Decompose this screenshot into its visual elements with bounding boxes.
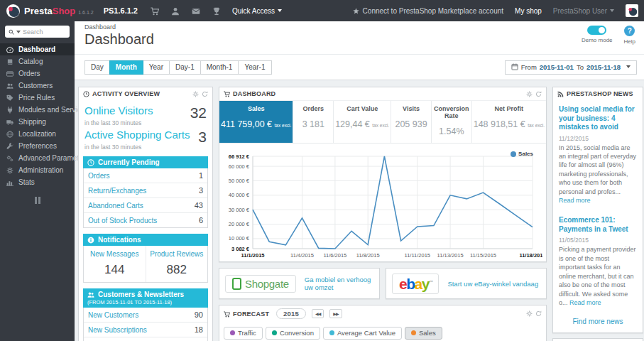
kpi-orders[interactable]: Orders3 181: [293, 101, 334, 143]
sidebar-item-shipping[interactable]: Shipping: [0, 116, 75, 128]
ebay-link[interactable]: Start uw eBay-winkel vandaag: [447, 280, 538, 288]
svg-text:30 000 €: 30 000 €: [229, 207, 250, 213]
page-header: Dashboard Dashboard Demo mode ? Help: [75, 21, 644, 54]
gear-icon: [192, 91, 199, 97]
truck-icon: [6, 119, 13, 126]
panel-settings-button[interactable]: [526, 310, 533, 317]
product-reviews-link[interactable]: Product Reviews: [150, 250, 203, 258]
gear-icon: [6, 167, 13, 174]
range-month-1-button[interactable]: Month-1: [200, 60, 239, 75]
news-article-title[interactable]: Ecommerce 101: Payments in a Tweet: [559, 216, 637, 234]
currently-pending-table: Orders1 Return/Exchanges3 Abandoned Cart…: [83, 168, 208, 228]
panel-title: ACTIVITY OVERVIEW: [92, 90, 160, 97]
messages-icon[interactable]: [192, 6, 200, 15]
chevron-down-icon[interactable]: [16, 31, 21, 33]
user-menu[interactable]: PrestaShop User: [553, 7, 614, 15]
svg-text:10 000 €: 10 000 €: [229, 236, 250, 242]
svg-text:66 912 €: 66 912 €: [229, 153, 250, 160]
active-carts-link[interactable]: Active Shopping Carts: [84, 129, 190, 141]
kpi-visits[interactable]: Visits205 939: [391, 101, 432, 143]
sidebar-collapse-button[interactable]: [0, 197, 75, 205]
sidebar-item-price-rules[interactable]: Price Rules: [0, 92, 75, 104]
forecast-traffic-button[interactable]: Traffic: [224, 327, 263, 340]
marketplace-link[interactable]: Connect to PrestaShop Marketplace accoun…: [353, 7, 503, 15]
svg-text:60 000 €: 60 000 €: [229, 163, 250, 170]
returns-link[interactable]: Return/Exchanges: [88, 187, 146, 195]
sidebar-item-orders[interactable]: Orders: [0, 67, 75, 80]
read-more-link[interactable]: Read more: [569, 299, 601, 306]
quick-access-menu[interactable]: Quick Access: [232, 7, 282, 15]
prestashop-news-panel: PRESTASHOP NEWS Using social media for y…: [552, 87, 643, 333]
chevron-down-icon: [626, 65, 631, 68]
cart-icon[interactable]: [151, 6, 159, 15]
forecast-sales-button[interactable]: Sales: [405, 327, 442, 340]
legend-dot: [230, 330, 235, 335]
chart-legend[interactable]: Sales: [511, 151, 533, 157]
customers-icon[interactable]: [171, 6, 180, 15]
top-bar: PrestaShop 1.6.1.2 PS1.6.1.2 Quick Acces…: [0, 0, 644, 21]
panel-settings-button[interactable]: [526, 91, 533, 97]
forecast-year: 2015: [276, 308, 306, 319]
kpi-sales[interactable]: Sales411 759,00 € tax excl.: [219, 101, 293, 143]
panel-refresh-button[interactable]: [202, 91, 208, 97]
gears-icon: [6, 155, 13, 162]
find-more-news-link[interactable]: Find more news: [572, 318, 623, 325]
new-subscriptions-link[interactable]: New Subscriptions: [88, 326, 147, 334]
range-year-1-button[interactable]: Year-1: [238, 60, 271, 75]
table-row: New Customers90: [84, 308, 207, 322]
kpi-net-profit[interactable]: Net Profit148 918,51 € tax excl.: [472, 101, 546, 143]
kpi-conversion-rate[interactable]: Conversion Rate1.54%: [432, 101, 472, 143]
info-icon: [87, 237, 94, 244]
range-day-1-button[interactable]: Day-1: [169, 60, 201, 75]
book-icon: [6, 58, 13, 65]
sales-line-chart: 66 912 €60 000 €50 000 €40 000 €30 000 €…: [222, 148, 542, 260]
sidebar-item-dashboard[interactable]: Dashboard: [0, 43, 75, 55]
online-visitors-link[interactable]: Online Visitors: [84, 104, 153, 117]
shopgate-link[interactable]: Ga mobiel en verhoog uw omzet: [305, 276, 373, 291]
refresh-icon: [535, 91, 542, 97]
out-of-stock-link[interactable]: Out of Stock Products: [88, 217, 157, 224]
kpi-cart-value[interactable]: Cart Value129,44 € tax excl.: [334, 101, 391, 143]
sidebar-item-modules[interactable]: Modules and Services: [0, 104, 75, 116]
trophy-icon[interactable]: [212, 6, 221, 15]
panel-refresh-button[interactable]: [535, 91, 542, 97]
news-article-date: 11/05/2015: [559, 237, 637, 244]
date-range-picker[interactable]: From2015-11-01 To2015-11-18: [505, 60, 637, 75]
panel-refresh-button[interactable]: [535, 310, 542, 317]
new-customers-link[interactable]: New Customers: [88, 311, 138, 319]
forecast-conversion-button[interactable]: Conversion: [266, 327, 320, 340]
range-year-button[interactable]: Year: [143, 60, 170, 75]
new-messages-link[interactable]: New Messages: [90, 250, 138, 258]
abandoned-carts-link[interactable]: Abandoned Carts: [88, 202, 143, 210]
news-article: Ecommerce 101: Payments in a Tweet 11/05…: [553, 206, 643, 308]
forecast-next-button[interactable]: ▶▶: [329, 309, 342, 318]
forecast-avg-cart-button[interactable]: Average Cart Value: [323, 327, 402, 340]
news-article-title[interactable]: Using social media for your business: 4 …: [559, 105, 637, 132]
orders-link[interactable]: Orders: [88, 172, 110, 180]
sidebar-search[interactable]: [5, 26, 70, 38]
forecast-prev-button[interactable]: ◀◀: [312, 309, 324, 318]
notifications-table: New Messages 144 Product Reviews 882: [83, 246, 208, 283]
help-icon[interactable]: ?: [624, 26, 635, 36]
sidebar-item-administration[interactable]: Administration: [0, 164, 75, 176]
sidebar-item-stats[interactable]: Stats: [0, 176, 75, 188]
table-row: Out of Stock Products6: [84, 212, 207, 227]
range-month-button[interactable]: Month: [109, 60, 143, 75]
svg-text:11/4/2015: 11/4/2015: [290, 252, 314, 259]
sidebar-item-preferences[interactable]: Preferences: [0, 140, 75, 152]
sidebar-item-localization[interactable]: Localization: [0, 128, 75, 140]
demo-mode-toggle[interactable]: [587, 26, 606, 35]
sidebar-item-catalog[interactable]: Catalog: [0, 55, 75, 67]
svg-text:50 000 €: 50 000 €: [229, 178, 250, 184]
search-input[interactable]: [23, 28, 62, 36]
my-shop-link[interactable]: My shop: [515, 7, 542, 15]
panel-settings-button[interactable]: [192, 91, 199, 97]
read-more-link[interactable]: Read more: [559, 197, 591, 204]
sidebar-item-advanced-parameters[interactable]: Advanced Parameters: [0, 152, 75, 164]
new-messages-cell: New Messages 144: [84, 246, 146, 282]
calendar-icon: [511, 63, 518, 70]
table-row: Orders1: [84, 168, 207, 183]
sidebar-item-customers[interactable]: Customers: [0, 80, 75, 92]
range-day-button[interactable]: Day: [84, 60, 110, 75]
user-avatar[interactable]: [626, 4, 638, 17]
